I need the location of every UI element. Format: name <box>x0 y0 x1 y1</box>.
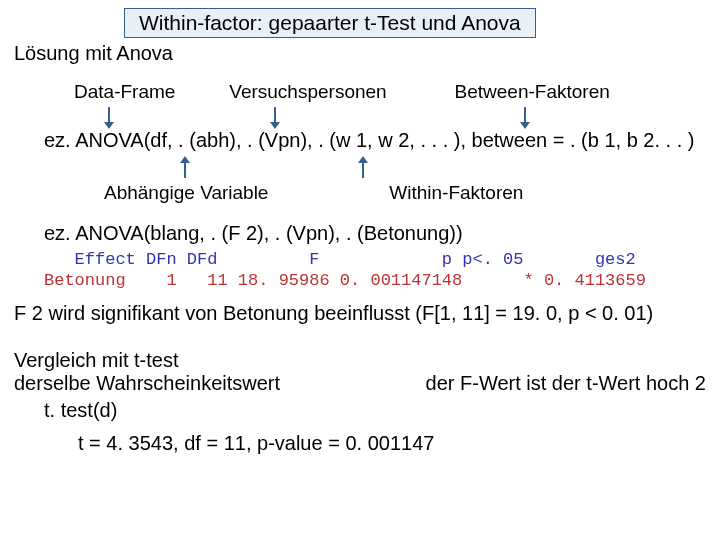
conclusion: F 2 wird signifikant von Betonung beeinf… <box>14 302 706 325</box>
arrow-down-icon <box>274 107 276 123</box>
label-versuchspersonen: Versuchspersonen <box>229 81 449 103</box>
bottom-labels: Abhängige Variable Within-Faktoren <box>74 182 706 204</box>
title-box: Within-factor: gepaarter t-Test und Anov… <box>124 8 536 38</box>
compare-line2a: derselbe Wahrscheinkeitswert <box>14 372 280 395</box>
arrow-up-icon <box>362 162 364 178</box>
label-between: Between-Faktoren <box>455 81 610 103</box>
top-labels: Data-Frame Versuchspersonen Between-Fakt… <box>74 81 706 103</box>
arrow-up-icon <box>184 162 186 178</box>
compare-line1: Vergleich mit t-test <box>14 349 706 372</box>
label-within: Within-Faktoren <box>389 182 523 204</box>
anova-header: Effect DFn DFd F p p<. 05 ges2 <box>44 250 636 269</box>
arrow-down-icon <box>524 107 526 123</box>
code-line-2: ez. ANOVA(blang, . (F 2), . (Vpn), . (Be… <box>44 222 706 245</box>
arrows-up <box>14 156 706 178</box>
title-text: Within-factor: gepaarter t-Test und Anov… <box>139 11 521 34</box>
arrows-down <box>14 107 706 129</box>
comparison-block: Vergleich mit t-test derselbe Wahrschein… <box>14 349 706 395</box>
arrow-down-icon <box>108 107 110 123</box>
label-dataframe: Data-Frame <box>74 81 224 103</box>
anova-output: Effect DFn DFd F p p<. 05 ges2 Betonung … <box>44 249 706 292</box>
anova-row: Betonung 1 11 18. 95986 0. 001147148 * 0… <box>44 271 646 290</box>
code-line-1: ez. ANOVA(df, . (abh), . (Vpn), . (w 1, … <box>44 129 706 152</box>
subtitle: Lösung mit Anova <box>14 42 706 65</box>
ttest-result: t = 4. 3543, df = 11, p-value = 0. 00114… <box>78 432 706 455</box>
compare-line2b: der F-Wert ist der t-Wert hoch 2 <box>426 372 706 395</box>
ttest-call: t. test(d) <box>44 399 706 422</box>
label-abhvar: Abhängige Variable <box>104 182 354 204</box>
